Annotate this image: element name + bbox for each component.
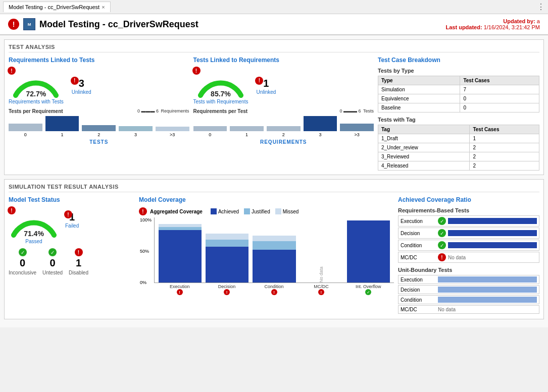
tag-cell: 1_Draft bbox=[378, 134, 470, 143]
tests-unlinked-warn: ! bbox=[255, 77, 263, 85]
x-label-execution: Execution ! bbox=[158, 284, 201, 295]
mcdc-no-data: No data bbox=[319, 252, 324, 283]
unit-label-execution: Execution bbox=[401, 277, 436, 283]
legend-justified: Justified bbox=[244, 208, 270, 214]
simulation-section: SIMULATION TEST RESULT ANALYSIS Model Te… bbox=[4, 179, 544, 319]
bar-label-3: 3 bbox=[119, 132, 153, 137]
tests-linked-gauges: ! 85.7% Tests with Requirements ! bbox=[193, 68, 374, 104]
breakdown-panel: Test Case Breakdown Tests by Type Type T… bbox=[378, 57, 539, 171]
req-bars bbox=[9, 116, 189, 131]
model-status-gauge-wrap: ! 71.4% Passed bbox=[9, 207, 59, 244]
unit-label-mcdc: MC/DC bbox=[401, 307, 436, 312]
legend-justified-color bbox=[244, 208, 250, 214]
unit-row-condition: Condition bbox=[398, 295, 539, 304]
type-cell: Equivalence bbox=[378, 94, 460, 103]
tests-unlinked-value: 1 bbox=[263, 78, 269, 89]
simulation-panels: Model Test Status ! 71.4% Passed bbox=[9, 196, 539, 315]
coverage-chart-area: 100% 50% 0% bbox=[154, 217, 394, 295]
type-table-row: Equivalence0 bbox=[378, 94, 539, 103]
page-header: ! M Model Testing - cc_DriverSwRequest U… bbox=[0, 14, 548, 35]
last-updated-value: 1/16/2024, 3:21:42 PM bbox=[482, 24, 540, 30]
test-analysis-panels: Requirements Linked to Tests ! 72.7% Req… bbox=[9, 57, 539, 171]
bar-2 bbox=[82, 125, 116, 131]
tag-table-row: 4_Released2 bbox=[378, 161, 539, 171]
window-tab[interactable]: Model Testing - cc_DriverSwRequest × bbox=[3, 2, 111, 12]
tests-gauge-value: 85.7% bbox=[211, 90, 231, 98]
coverage-legend: Achieved Justified Missed bbox=[211, 208, 299, 214]
y-50: 50% bbox=[140, 249, 152, 254]
inconclusive-label: Inconclusive bbox=[9, 270, 36, 275]
req-linked-panel: Requirements Linked to Tests ! 72.7% Req… bbox=[9, 57, 189, 171]
type-cell: Simulation bbox=[378, 85, 460, 94]
type-table-row: Baseline0 bbox=[378, 103, 539, 113]
unit-row-execution: Execution bbox=[398, 275, 539, 284]
tag-count-cell: 2 bbox=[470, 152, 539, 161]
req-unlinked-value: 3 bbox=[79, 78, 84, 89]
model-status-title: Model Test Status bbox=[9, 196, 135, 203]
type-cell: Baseline bbox=[378, 103, 460, 113]
tag-table: Tag Test Cases 1_Draft12_Under_review23_… bbox=[378, 125, 539, 171]
cov-nodata-mcdc: No data bbox=[448, 255, 537, 260]
aggregated-warn: ! bbox=[139, 207, 147, 215]
bar-3 bbox=[119, 126, 153, 132]
type-table: Type Test Cases Simulation7Equivalence0B… bbox=[378, 76, 539, 113]
legend-justified-label: Justified bbox=[252, 209, 270, 214]
cov-row-condition: Condition ✓ bbox=[398, 240, 539, 251]
model-gauge-label: Passed bbox=[25, 239, 42, 244]
cov-row-mcdc: MC/DC ! No data bbox=[398, 252, 539, 263]
tests-bar-title: Requirements per Test 0 ▬▬▬ 6 Tests bbox=[193, 108, 374, 114]
tab-close-button[interactable]: × bbox=[102, 4, 105, 10]
bar-label-2: 2 bbox=[82, 132, 116, 137]
disabled-label: Disabled bbox=[69, 270, 88, 275]
cov-bar-execution-achieved bbox=[159, 230, 202, 283]
cov-bar-condition-achieved bbox=[253, 250, 295, 283]
mcdc-error-dot: ! bbox=[318, 289, 324, 295]
req-gauge: 72.7% bbox=[11, 68, 61, 98]
req-chart-axis: TESTS bbox=[9, 139, 189, 145]
unit-nodata-mcdc: No data bbox=[438, 307, 537, 312]
req-gauge-value: 72.7% bbox=[26, 90, 46, 98]
req-linked-title: Requirements Linked to Tests bbox=[9, 57, 189, 64]
cov-bar-condition-ratio bbox=[448, 242, 537, 248]
cov-check-execution: ✓ bbox=[438, 217, 446, 225]
model-coverage-title: Model Coverage bbox=[139, 196, 394, 203]
unit-bar-execution bbox=[438, 276, 537, 283]
simulation-title: SIMULATION TEST RESULT ANALYSIS bbox=[9, 184, 539, 192]
x-label-mcdc: MC/DC ! bbox=[300, 284, 342, 295]
tests-gauge-label: Tests with Requirements bbox=[193, 99, 248, 104]
model-icon: M bbox=[23, 18, 35, 30]
decision-error-dot: ! bbox=[224, 289, 230, 295]
cov-bar-execution-ratio bbox=[448, 218, 537, 224]
tag-count-cell: 1 bbox=[470, 134, 539, 143]
legend-achieved-label: Achieved bbox=[218, 209, 239, 214]
execution-error-dot: ! bbox=[177, 289, 183, 295]
y-100: 100% bbox=[140, 217, 152, 222]
bar-label-0: 0 bbox=[9, 132, 42, 137]
cov-bar-overflow bbox=[347, 217, 390, 283]
last-updated-label: Last updated: bbox=[446, 24, 482, 30]
tab-label: Model Testing - cc_DriverSwRequest bbox=[9, 4, 99, 10]
cov-row-decision: Decision ✓ bbox=[398, 228, 539, 239]
testcases-col-header: Test Cases bbox=[460, 76, 539, 85]
main-content: TEST ANALYSIS Requirements Linked to Tes… bbox=[0, 35, 548, 327]
x-label-overflow: Int. Overflow ✓ bbox=[347, 284, 390, 295]
bar-0 bbox=[9, 124, 42, 131]
window-menu-button[interactable]: ⋮ bbox=[537, 2, 545, 12]
tests-bars bbox=[193, 116, 374, 131]
untested-value: 0 bbox=[49, 257, 55, 269]
updated-by-label: Updated by: bbox=[503, 18, 535, 24]
tag-testcases-col-header: Test Cases bbox=[470, 125, 539, 134]
cov-bar-overflow-achieved bbox=[347, 220, 390, 283]
cov-bar-condition bbox=[253, 217, 295, 283]
y-0: 0% bbox=[140, 280, 152, 285]
req-bar-chart: Tests per Requirement 0 ▬▬▬ 6 Requiremen… bbox=[9, 108, 189, 145]
unit-row-decision: Decision bbox=[398, 285, 539, 294]
header-meta: Updated by: a Last updated: 1/16/2024, 3… bbox=[446, 18, 540, 30]
tbar-3 bbox=[304, 116, 337, 131]
disabled-icon: ! bbox=[75, 248, 83, 256]
test-analysis-title: TEST ANALYSIS bbox=[9, 44, 539, 52]
cov-bar-condition-bars bbox=[253, 236, 295, 283]
achieved-coverage-panel: Achieved Coverage Ratio Requirements-Bas… bbox=[398, 196, 539, 315]
updated-by-value: a bbox=[535, 18, 540, 24]
tag-table-row: 1_Draft1 bbox=[378, 134, 539, 143]
